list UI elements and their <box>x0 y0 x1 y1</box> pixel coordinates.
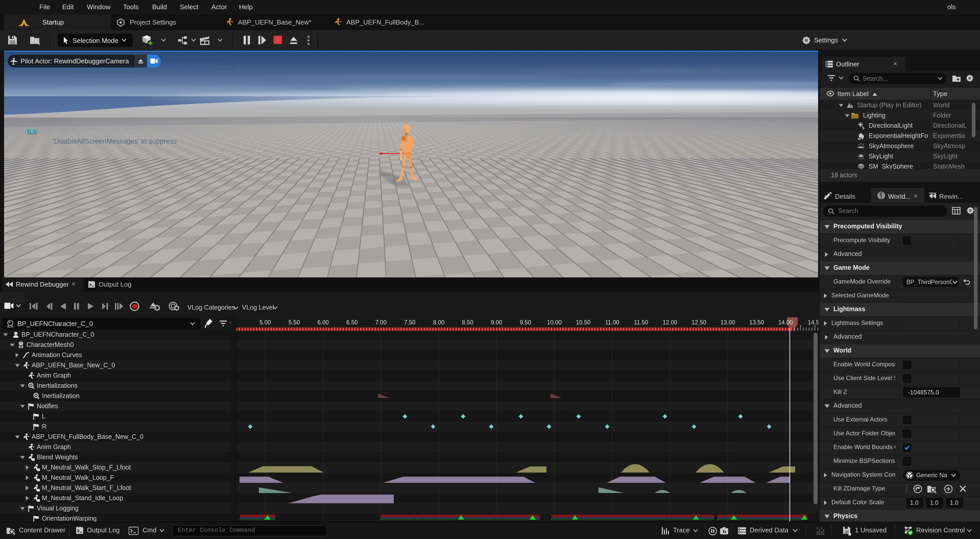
svg-text:13.50: 13.50 <box>749 319 764 326</box>
svg-text:8.50: 8.50 <box>462 319 473 326</box>
svg-text:7.50: 7.50 <box>404 319 416 326</box>
svg-text:11.00: 11.00 <box>605 319 619 326</box>
svg-text:12.00: 12.00 <box>663 319 678 326</box>
svg-text:14.00: 14.00 <box>778 319 793 326</box>
svg-text:10.00: 10.00 <box>547 319 562 326</box>
svg-text:13.00: 13.00 <box>720 319 735 326</box>
svg-text:5.50: 5.50 <box>288 319 300 326</box>
svg-text:6.50: 6.50 <box>346 319 358 326</box>
svg-text:7.00: 7.00 <box>375 319 387 326</box>
svg-text:9.50: 9.50 <box>520 319 531 326</box>
svg-text:12.50: 12.50 <box>692 319 706 326</box>
svg-text:8.00: 8.00 <box>433 319 445 326</box>
svg-text:6.00: 6.00 <box>317 319 329 326</box>
svg-text:9.00: 9.00 <box>491 319 502 326</box>
svg-text:11.50: 11.50 <box>634 319 648 326</box>
svg-text:10.50: 10.50 <box>576 319 590 326</box>
svg-text:5.00: 5.00 <box>260 319 271 326</box>
svg-text:14.5: 14.5 <box>808 319 819 326</box>
